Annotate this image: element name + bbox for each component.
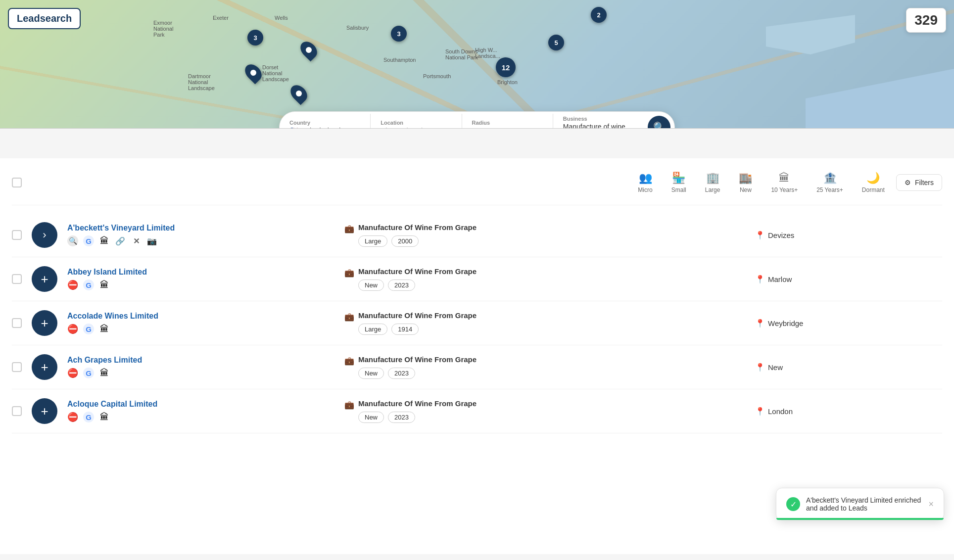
small-label: Small [671, 187, 686, 193]
google-icon[interactable]: G [83, 412, 94, 422]
toast-message: A'beckett's Vineyard Limited enriched an… [806, 496, 922, 512]
map-label-exeter: Exeter [213, 15, 229, 21]
twitter-icon[interactable]: ✕ [131, 235, 142, 246]
company-badge: 2000 [391, 235, 419, 247]
filters-icon: ⚙ [905, 179, 911, 187]
company-badge: New [358, 412, 384, 423]
map-label-south-downs: South DownsNational Park [445, 48, 478, 60]
badges-4: New2023 [358, 412, 745, 423]
company-badge: Large [358, 324, 387, 335]
filter-micro-btn[interactable]: 👥 Micro [630, 168, 660, 197]
briefcase-icon-4: 💼 [344, 400, 354, 410]
companies-house-icon[interactable]: 🏛 [99, 368, 110, 378]
blocked-icon[interactable]: ⛔ [67, 324, 78, 334]
filter-large-btn[interactable]: 🏢 Large [698, 168, 728, 197]
item-checkbox-2[interactable] [12, 318, 22, 328]
item-location-3: 📍 New [755, 363, 942, 372]
instagram-icon[interactable]: 📷 [146, 235, 157, 246]
item-checkbox-4[interactable] [12, 406, 22, 416]
country-field[interactable]: Country 🇬🇧 United Kingdom [280, 114, 371, 129]
briefcase-icon-1: 💼 [344, 268, 354, 278]
item-info-1: Abbey Island Limited ⛔G🏛 [67, 268, 334, 290]
plus-icon: + [41, 316, 48, 331]
map-pin-drop-3[interactable] [292, 84, 306, 103]
blocked-icon[interactable]: ⛔ [67, 412, 78, 422]
radius-label: Radius [472, 120, 543, 126]
filter-twenty-five-years-btn[interactable]: 🏦 25 Years+ [809, 168, 851, 197]
filter-dormant-btn[interactable]: 🌙 Dormant [855, 168, 892, 197]
location-field[interactable]: Location Choose location [371, 114, 462, 129]
item-business-4: 💼 Manufacture Of Wine From Grape New2023 [344, 399, 745, 423]
company-name-3[interactable]: Ach Grapes Limited [67, 356, 334, 365]
item-avatar-3[interactable]: + [32, 354, 57, 380]
list-item: › A'beckett's Vineyard Limited 🔍G🏛🔗✕📷 💼 … [12, 213, 942, 257]
item-avatar-0[interactable]: › [32, 222, 57, 248]
companies-house-icon[interactable]: 🏛 [99, 412, 110, 422]
map-pin-1[interactable]: 3 [247, 30, 263, 46]
item-checkbox-0[interactable] [12, 230, 22, 240]
search-button[interactable]: 🔍 [648, 116, 670, 129]
location-pin-icon-2: 📍 [755, 319, 765, 328]
toast-progress-bar [776, 518, 944, 520]
companies-house-icon[interactable]: 🏛 [99, 280, 110, 290]
business-field[interactable]: Business Manufacture of wine from g [553, 110, 644, 129]
business-content-1: Manufacture Of Wine From Grape New2023 [358, 267, 745, 291]
google-icon[interactable]: G [83, 368, 94, 378]
business-name-3: Manufacture Of Wine From Grape [358, 355, 745, 364]
location-text-2: Weybridge [768, 319, 803, 327]
pin-drop-1 [297, 39, 321, 62]
toast-close-button[interactable]: × [928, 499, 934, 510]
briefcase-icon-3: 💼 [344, 356, 354, 366]
filter-small-btn[interactable]: 🏪 Small [664, 168, 694, 197]
filter-ten-years-btn[interactable]: 🏛 10 Years+ [763, 168, 805, 197]
item-avatar-4[interactable]: + [32, 398, 57, 424]
item-business-3: 💼 Manufacture Of Wine From Grape New2023 [344, 355, 745, 379]
map-pin-drop-1[interactable] [302, 41, 316, 59]
blocked-icon[interactable]: ⛔ [67, 368, 78, 378]
item-checkbox-1[interactable] [12, 274, 22, 284]
select-all-checkbox[interactable] [12, 178, 22, 187]
dormant-label: Dormant [862, 187, 885, 193]
companies-house-icon[interactable]: 🏛 [99, 324, 110, 334]
filters-label: Filters [915, 179, 934, 187]
twenty-five-years-icon: 🏦 [823, 172, 837, 185]
twenty-five-years-label: 25 Years+ [816, 187, 843, 193]
company-name-4[interactable]: Acloque Capital Limited [67, 400, 334, 409]
map-pin-3[interactable]: 2 [591, 7, 607, 23]
companies-house-icon[interactable]: 🏛 [99, 235, 110, 246]
company-badge: New [358, 280, 384, 291]
company-name-0[interactable]: A'beckett's Vineyard Limited [67, 224, 334, 233]
map-pin-2[interactable]: 3 [391, 26, 407, 42]
item-icon-row-4: ⛔G🏛 [67, 412, 334, 422]
company-name-1[interactable]: Abbey Island Limited [67, 268, 334, 277]
map-pin-4[interactable]: 12 [496, 57, 516, 77]
badges-2: Large1914 [358, 324, 745, 335]
map-pin-drop-2[interactable] [246, 63, 260, 82]
google-icon[interactable]: G [83, 280, 94, 290]
item-avatar-2[interactable]: + [32, 310, 57, 336]
blocked-icon[interactable]: ⛔ [67, 280, 78, 290]
company-name-2[interactable]: Accolade Wines Limited [67, 312, 334, 321]
item-checkbox-3[interactable] [12, 362, 22, 372]
radius-field[interactable]: Radius +2 m... [462, 114, 553, 129]
item-business-2: 💼 Manufacture Of Wine From Grape Large19… [344, 311, 745, 335]
filters-button[interactable]: ⚙ Filters [896, 174, 942, 191]
business-name-0: Manufacture Of Wine From Grape [358, 223, 745, 232]
google-icon[interactable]: G [83, 235, 94, 246]
country-label: Country [289, 120, 360, 126]
company-badge: Large [358, 235, 387, 247]
location-value: Choose location [381, 127, 451, 129]
company-badge: 2023 [388, 368, 415, 379]
new-label: New [740, 187, 752, 193]
google-icon[interactable]: G [83, 324, 94, 334]
map-water-1 [806, 69, 954, 128]
ten-years-label: 10 Years+ [771, 187, 798, 193]
filter-new-btn[interactable]: 🏬 New [731, 168, 760, 197]
item-avatar-1[interactable]: + [32, 266, 57, 292]
new-icon: 🏬 [739, 172, 752, 185]
business-label: Business [563, 116, 634, 122]
link-icon[interactable]: 🔗 [115, 235, 126, 246]
search-circle-icon[interactable]: 🔍 [67, 235, 78, 246]
item-info-2: Accolade Wines Limited ⛔G🏛 [67, 312, 334, 334]
map-pin-5[interactable]: 5 [548, 35, 564, 50]
